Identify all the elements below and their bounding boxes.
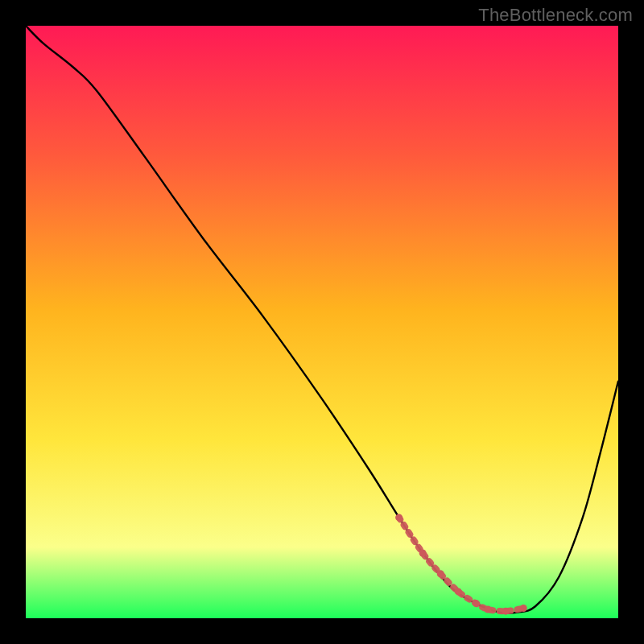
- plot-area: [26, 26, 618, 618]
- optimal-range-dot: [419, 550, 427, 557]
- optimal-range-dot: [455, 588, 462, 595]
- brand-label: TheBottleneck.com: [478, 5, 633, 26]
- optimal-range-dot: [395, 514, 402, 521]
- chart-svg: [26, 26, 618, 618]
- optimal-range-dot: [502, 608, 510, 615]
- optimal-range-dot: [473, 600, 480, 607]
- chart-frame: TheBottleneck.com: [0, 0, 644, 644]
- optimal-range-dot: [485, 605, 492, 613]
- optimal-range-dot: [437, 570, 444, 577]
- optimal-range-dot: [520, 605, 527, 612]
